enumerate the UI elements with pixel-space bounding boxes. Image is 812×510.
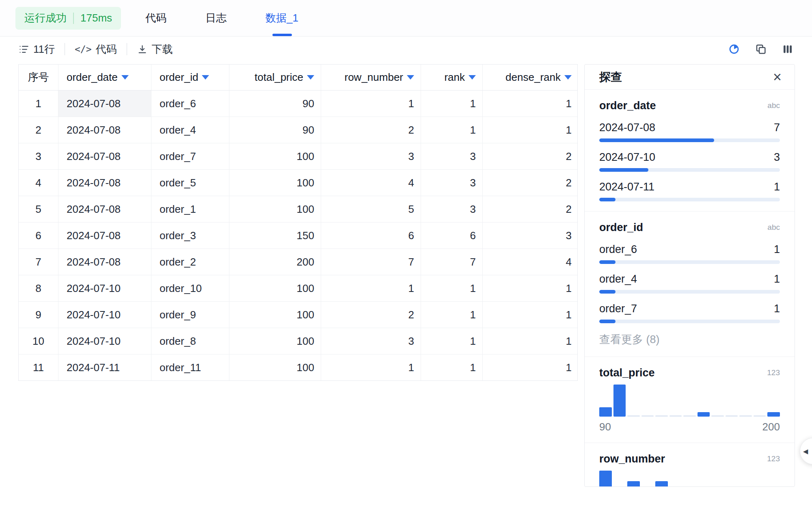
table-cell[interactable]: 3 — [421, 143, 483, 169]
table-cell[interactable]: 100 — [229, 196, 321, 222]
row-index-cell[interactable]: 5 — [19, 196, 58, 222]
table-cell[interactable]: 2 — [321, 117, 421, 143]
table-cell[interactable]: 1 — [483, 354, 578, 380]
row-index-cell[interactable]: 8 — [19, 275, 58, 301]
table-cell[interactable]: order_1 — [151, 196, 229, 222]
table-cell[interactable]: 1 — [421, 91, 483, 117]
table-cell[interactable]: 4 — [483, 249, 578, 275]
table-cell[interactable]: 200 — [229, 249, 321, 275]
table-cell[interactable]: 7 — [321, 249, 421, 275]
table-cell[interactable]: 2024-07-08 — [58, 249, 151, 275]
column-header-row_number[interactable]: row_number — [321, 65, 421, 90]
column-header-dense_rank[interactable]: dense_rank — [483, 65, 578, 90]
table-cell[interactable]: 100 — [229, 354, 321, 380]
table-cell[interactable]: 2 — [483, 196, 578, 222]
table-cell[interactable]: order_10 — [151, 275, 229, 301]
table-cell[interactable]: 2024-07-11 — [58, 354, 151, 380]
table-cell[interactable]: 1 — [321, 354, 421, 380]
category-stat-row[interactable]: order_41 — [599, 272, 780, 294]
table-cell[interactable]: 1 — [483, 91, 578, 117]
table-cell[interactable]: 2024-07-10 — [58, 275, 151, 301]
table-cell[interactable]: 90 — [229, 91, 321, 117]
panel-collapse-handle[interactable]: ◀ — [800, 438, 812, 465]
table-cell[interactable]: 3 — [483, 223, 578, 249]
table-cell[interactable]: 1 — [321, 91, 421, 117]
table-cell[interactable]: 1 — [421, 302, 483, 328]
table-cell[interactable]: 100 — [229, 275, 321, 301]
table-cell[interactable]: order_2 — [151, 249, 229, 275]
table-cell[interactable]: 100 — [229, 302, 321, 328]
table-cell[interactable]: 2024-07-08 — [58, 170, 151, 196]
category-stat-row[interactable]: 2024-07-087 — [599, 121, 780, 142]
table-cell[interactable]: 90 — [229, 117, 321, 143]
code-toggle-button[interactable]: </> 代码 — [75, 42, 117, 56]
table-cell[interactable]: 2024-07-08 — [58, 223, 151, 249]
table-cell[interactable]: 3 — [421, 170, 483, 196]
explore-toggle-button[interactable] — [727, 42, 741, 56]
table-cell[interactable]: 2024-07-10 — [58, 328, 151, 354]
table-cell[interactable]: 1 — [421, 117, 483, 143]
copy-button[interactable] — [754, 42, 768, 56]
column-header-序号[interactable]: 序号 — [19, 65, 58, 90]
row-index-cell[interactable]: 9 — [19, 302, 58, 328]
table-cell[interactable]: 4 — [321, 170, 421, 196]
column-header-total_price[interactable]: total_price — [229, 65, 321, 90]
table-cell[interactable]: 2024-07-08 — [58, 91, 151, 117]
table-cell[interactable]: order_11 — [151, 354, 229, 380]
table-cell[interactable]: 3 — [321, 328, 421, 354]
row-index-cell[interactable]: 10 — [19, 328, 58, 354]
table-cell[interactable]: 2024-07-08 — [58, 143, 151, 169]
row-index-cell[interactable]: 1 — [19, 91, 58, 117]
table-cell[interactable]: 1 — [483, 328, 578, 354]
table-cell[interactable]: 100 — [229, 170, 321, 196]
table-cell[interactable]: 2 — [483, 143, 578, 169]
table-cell[interactable]: 1 — [421, 275, 483, 301]
table-cell[interactable]: 3 — [321, 143, 421, 169]
table-cell[interactable]: 6 — [421, 223, 483, 249]
table-cell[interactable]: 100 — [229, 143, 321, 169]
table-cell[interactable]: 2024-07-08 — [58, 196, 151, 222]
row-index-cell[interactable]: 2 — [19, 117, 58, 143]
row-index-cell[interactable]: 3 — [19, 143, 58, 169]
table-cell[interactable]: order_6 — [151, 91, 229, 117]
table-cell[interactable]: order_5 — [151, 170, 229, 196]
table-cell[interactable]: 2024-07-08 — [58, 117, 151, 143]
table-cell[interactable]: order_7 — [151, 143, 229, 169]
row-index-cell[interactable]: 7 — [19, 249, 58, 275]
table-cell[interactable]: 2 — [321, 302, 421, 328]
tab-data-1[interactable]: 数据_1 — [266, 0, 298, 36]
table-cell[interactable]: 1 — [421, 328, 483, 354]
row-index-cell[interactable]: 6 — [19, 223, 58, 249]
row-index-cell[interactable]: 4 — [19, 170, 58, 196]
download-button[interactable]: 下载 — [137, 42, 173, 56]
columns-button[interactable] — [780, 42, 795, 56]
category-stat-row[interactable]: 2024-07-111 — [599, 180, 780, 201]
category-stat-row[interactable]: 2024-07-103 — [599, 150, 780, 172]
table-cell[interactable]: order_3 — [151, 223, 229, 249]
table-cell[interactable]: 6 — [321, 223, 421, 249]
tab-code[interactable]: 代码 — [145, 0, 166, 36]
column-header-order_id[interactable]: order_id — [151, 65, 229, 90]
table-cell[interactable]: 3 — [421, 196, 483, 222]
column-header-order_date[interactable]: order_date — [58, 65, 151, 90]
table-cell[interactable]: 5 — [321, 196, 421, 222]
table-cell[interactable]: 1 — [483, 302, 578, 328]
table-cell[interactable]: 150 — [229, 223, 321, 249]
table-cell[interactable]: order_9 — [151, 302, 229, 328]
table-cell[interactable]: 1 — [421, 354, 483, 380]
table-cell[interactable]: order_4 — [151, 117, 229, 143]
table-cell[interactable]: 2 — [483, 170, 578, 196]
table-cell[interactable]: 1 — [321, 275, 421, 301]
tab-logs[interactable]: 日志 — [205, 0, 227, 36]
table-cell[interactable]: 1 — [483, 275, 578, 301]
table-cell[interactable]: 7 — [421, 249, 483, 275]
table-cell[interactable]: 2024-07-10 — [58, 302, 151, 328]
table-cell[interactable]: 1 — [483, 117, 578, 143]
view-more-link[interactable]: 查看更多 (8) — [599, 332, 780, 347]
column-header-rank[interactable]: rank — [421, 65, 483, 90]
category-stat-row[interactable]: order_61 — [599, 242, 780, 264]
category-stat-row[interactable]: order_71 — [599, 302, 780, 323]
close-icon[interactable]: × — [773, 70, 782, 84]
table-cell[interactable]: 100 — [229, 328, 321, 354]
table-cell[interactable]: order_8 — [151, 328, 229, 354]
